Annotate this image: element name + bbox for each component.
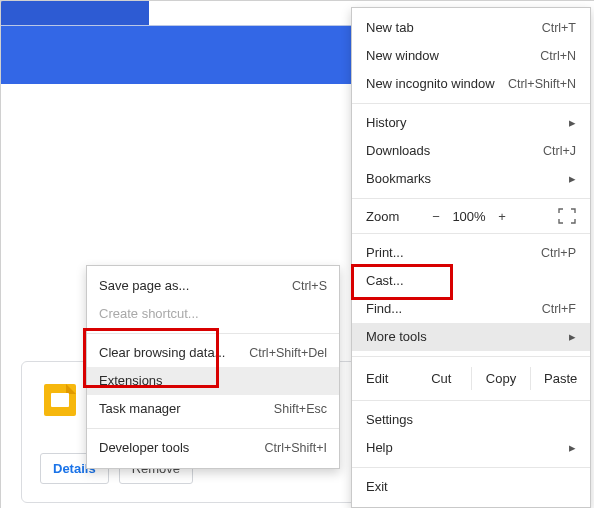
browser-tab	[1, 1, 149, 25]
chevron-right-icon: ▸	[569, 170, 576, 188]
edit-cut[interactable]: Cut	[412, 367, 471, 390]
submenu-task-manager[interactable]: Task managerShift+Esc	[87, 395, 339, 423]
chevron-right-icon: ▸	[569, 328, 576, 346]
menu-exit[interactable]: Exit	[352, 473, 590, 501]
menu-separator	[352, 356, 590, 357]
menu-separator	[87, 428, 339, 429]
menu-print[interactable]: Print...Ctrl+P	[352, 239, 590, 267]
chevron-right-icon: ▸	[569, 114, 576, 132]
menu-more-tools[interactable]: More tools▸	[352, 323, 590, 351]
menu-cast[interactable]: Cast...	[352, 267, 590, 295]
menu-new-tab[interactable]: New tabCtrl+T	[352, 14, 590, 42]
submenu-create-shortcut: Create shortcut...	[87, 300, 339, 328]
menu-settings[interactable]: Settings	[352, 406, 590, 434]
screenshot-stage: Details Remove New tabCtrl+T New windowC…	[0, 0, 594, 508]
menu-help[interactable]: Help▸	[352, 434, 590, 462]
fullscreen-icon[interactable]	[558, 208, 580, 224]
menu-separator	[87, 333, 339, 334]
submenu-dev-tools[interactable]: Developer toolsCtrl+Shift+I	[87, 434, 339, 462]
menu-find[interactable]: Find...Ctrl+F	[352, 295, 590, 323]
menu-separator	[352, 103, 590, 104]
zoom-level: 100%	[448, 209, 490, 224]
edit-paste[interactable]: Paste	[530, 367, 590, 390]
menu-separator	[352, 233, 590, 234]
google-slides-icon	[44, 384, 76, 416]
menu-new-window[interactable]: New windowCtrl+N	[352, 42, 590, 70]
menu-edit: Edit Cut Copy Paste	[352, 362, 590, 395]
menu-downloads[interactable]: DownloadsCtrl+J	[352, 137, 590, 165]
menu-separator	[352, 467, 590, 468]
menu-separator	[352, 198, 590, 199]
menu-zoom: Zoom − 100% +	[352, 204, 590, 228]
submenu-extensions[interactable]: Extensions	[87, 367, 339, 395]
header-bar	[1, 25, 351, 84]
menu-bookmarks[interactable]: Bookmarks▸	[352, 165, 590, 193]
submenu-save-page[interactable]: Save page as...Ctrl+S	[87, 272, 339, 300]
menu-history[interactable]: History▸	[352, 109, 590, 137]
menu-new-incognito[interactable]: New incognito windowCtrl+Shift+N	[352, 70, 590, 98]
submenu-clear-data[interactable]: Clear browsing data...Ctrl+Shift+Del	[87, 339, 339, 367]
chevron-right-icon: ▸	[569, 439, 576, 457]
chrome-main-menu: New tabCtrl+T New windowCtrl+N New incog…	[351, 7, 591, 508]
zoom-out-button[interactable]: −	[424, 209, 448, 224]
edit-copy[interactable]: Copy	[471, 367, 531, 390]
more-tools-submenu: Save page as...Ctrl+S Create shortcut...…	[86, 265, 340, 469]
menu-separator	[352, 400, 590, 401]
zoom-in-button[interactable]: +	[490, 209, 514, 224]
extension-icon	[44, 384, 76, 416]
